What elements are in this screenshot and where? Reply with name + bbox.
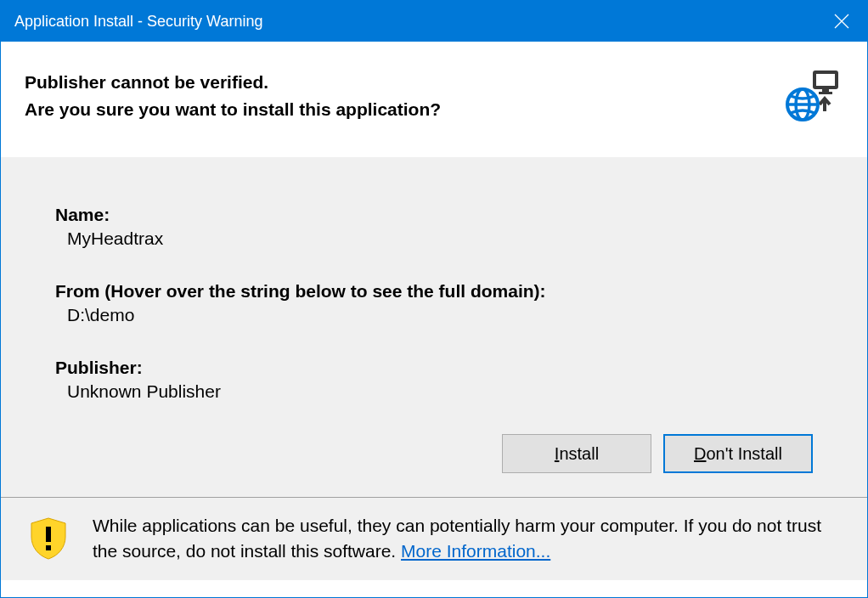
field-publisher: Publisher: Unknown Publisher (55, 358, 813, 402)
svg-rect-2 (814, 72, 837, 87)
shield-warning-icon (25, 513, 69, 564)
dont-install-button[interactable]: Don't Install (663, 434, 813, 473)
name-label: Name: (55, 205, 813, 225)
titlebar: Application Install - Security Warning (1, 1, 867, 42)
name-value: MyHeadtrax (55, 228, 813, 249)
footer-text: While applications can be useful, they c… (93, 513, 843, 565)
close-button[interactable] (816, 1, 867, 42)
publisher-value: Unknown Publisher (55, 381, 813, 402)
svg-rect-3 (822, 89, 829, 92)
header-line2: Are you sure you want to install this ap… (25, 96, 441, 123)
install-button[interactable]: Install (502, 434, 651, 473)
header-text: Publisher cannot be verified. Are you su… (25, 69, 441, 122)
header-line1: Publisher cannot be verified. (25, 69, 441, 96)
window-title: Application Install - Security Warning (14, 13, 262, 31)
from-label: From (Hover over the string below to see… (55, 281, 813, 302)
field-name: Name: MyHeadtrax (55, 205, 813, 249)
header-section: Publisher cannot be verified. Are you su… (1, 42, 867, 157)
footer-section: While applications can be useful, they c… (1, 497, 867, 580)
from-value: D:\demo (55, 305, 813, 325)
svg-rect-8 (46, 527, 51, 542)
svg-rect-4 (819, 92, 832, 94)
button-row: Install Don't Install (55, 434, 813, 473)
globe-install-icon (786, 69, 843, 127)
svg-rect-9 (46, 545, 51, 550)
field-from: From (Hover over the string below to see… (55, 281, 813, 325)
more-information-link[interactable]: More Information... (401, 541, 550, 561)
close-icon (834, 14, 849, 29)
body-section: Name: MyHeadtrax From (Hover over the st… (1, 157, 867, 497)
publisher-label: Publisher: (55, 358, 813, 378)
